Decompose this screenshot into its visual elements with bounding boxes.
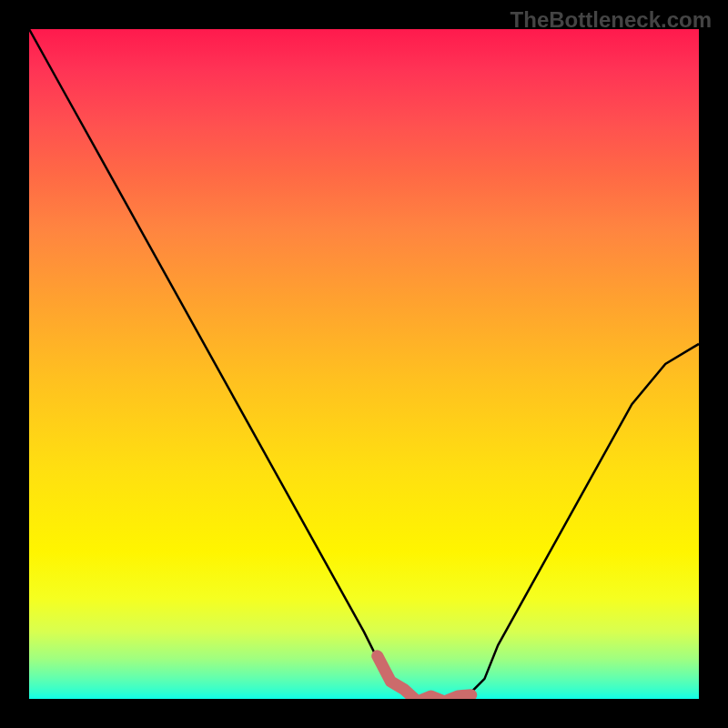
curve-svg xyxy=(29,29,699,699)
bottleneck-curve-line xyxy=(29,29,699,699)
watermark-text: TheBottleneck.com xyxy=(511,7,712,33)
plot-area xyxy=(29,29,699,699)
chart-container: TheBottleneck.com xyxy=(0,0,728,728)
bottom-highlight-line xyxy=(378,656,471,699)
